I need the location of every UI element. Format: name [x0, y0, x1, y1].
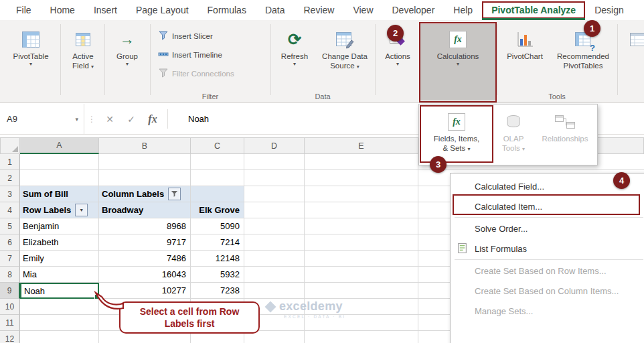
- cell-a5[interactable]: Benjamin: [20, 218, 99, 234]
- enter-icon[interactable]: ✓: [120, 104, 142, 134]
- active-field-button[interactable]: Active Field ▾: [64, 24, 102, 100]
- recommended-pivottables-button[interactable]: ? Recommended PivotTables: [552, 24, 615, 100]
- cell-e12[interactable]: [305, 331, 418, 343]
- refresh-button[interactable]: ⟳ Refresh ▾: [274, 24, 315, 100]
- cell-a8[interactable]: Mia: [20, 267, 99, 283]
- tab-review[interactable]: Review: [295, 1, 344, 19]
- show-group-partial-button[interactable]: [624, 24, 644, 100]
- tab-help[interactable]: Help: [444, 1, 482, 19]
- cell-d1[interactable]: [244, 154, 305, 170]
- cell-c2[interactable]: [191, 170, 244, 186]
- row-header-10[interactable]: 10: [0, 299, 20, 315]
- cell-a6[interactable]: Elizabeth: [20, 234, 99, 251]
- cell-e4[interactable]: [305, 202, 418, 218]
- name-box[interactable]: A9 ▾: [0, 104, 84, 134]
- cell-e8[interactable]: [305, 267, 418, 283]
- cell-e5[interactable]: [305, 218, 418, 234]
- tab-formulas[interactable]: Formulas: [198, 1, 256, 19]
- cell-a3-sum-of-bill[interactable]: Sum of Bill: [20, 186, 99, 202]
- row-header-3[interactable]: 3: [0, 186, 20, 202]
- cell-c3[interactable]: [191, 186, 244, 202]
- row-header-12[interactable]: 12: [0, 331, 20, 343]
- row-header-5[interactable]: 5: [0, 218, 20, 234]
- cell-a10[interactable]: [20, 299, 99, 315]
- column-header-d[interactable]: D: [244, 137, 305, 154]
- group-button[interactable]: → Group ▾: [108, 24, 146, 100]
- tab-design[interactable]: Design: [585, 1, 633, 19]
- cell-b1[interactable]: [99, 154, 191, 170]
- cell-b2[interactable]: [99, 170, 191, 186]
- cell-c8[interactable]: 5932: [191, 267, 244, 283]
- tab-insert[interactable]: Insert: [84, 1, 127, 19]
- row-header-2[interactable]: 2: [0, 170, 20, 186]
- row-header-11[interactable]: 11: [0, 315, 20, 331]
- cell-b6[interactable]: 9717: [99, 234, 191, 251]
- cell-b3-column-labels[interactable]: Column Labels: [99, 186, 191, 202]
- cell-b4-broadway[interactable]: Broadway: [99, 202, 191, 218]
- cell-e2[interactable]: [305, 170, 418, 186]
- cell-c7[interactable]: 12148: [191, 251, 244, 267]
- select-all-button[interactable]: [0, 137, 20, 154]
- insert-slicer-button[interactable]: Insert Slicer: [158, 29, 213, 43]
- tab-pivottable-analyze[interactable]: PivotTable Analyze: [482, 1, 585, 19]
- cell-d4[interactable]: [244, 202, 305, 218]
- cell-a7[interactable]: Emily: [20, 251, 99, 267]
- row-header-7[interactable]: 7: [0, 251, 20, 267]
- tab-view[interactable]: View: [343, 1, 382, 19]
- cell-a4-row-labels[interactable]: Row Labels ▼: [20, 202, 99, 218]
- column-header-b[interactable]: B: [99, 137, 191, 154]
- row-header-6[interactable]: 6: [0, 234, 20, 251]
- pivottable-button[interactable]: PivotTable ▾: [5, 24, 56, 100]
- column-labels-filter-icon[interactable]: [168, 188, 181, 200]
- cell-a2[interactable]: [20, 170, 99, 186]
- menu-item-solve-order[interactable]: Solve Order...: [451, 218, 644, 238]
- row-header-8[interactable]: 8: [0, 267, 20, 283]
- cell-d6[interactable]: [244, 234, 305, 251]
- cell-e1[interactable]: [305, 154, 418, 170]
- cell-d7[interactable]: [244, 251, 305, 267]
- row-labels-dropdown-icon[interactable]: ▼: [75, 204, 88, 216]
- menu-item-calculated-item[interactable]: Calculated Item...: [451, 196, 644, 216]
- cell-b8[interactable]: 16043: [99, 267, 191, 283]
- tab-home[interactable]: Home: [41, 1, 84, 19]
- cell-b7[interactable]: 7486: [99, 251, 191, 267]
- pivotchart-button[interactable]: PivotChart: [501, 24, 549, 100]
- fields-items-sets-button[interactable]: fx Fields, Items, & Sets ▾: [420, 108, 493, 161]
- tab-file[interactable]: File: [7, 1, 41, 19]
- cell-a9-selected[interactable]: Noah: [20, 283, 99, 299]
- cell-e9[interactable]: [305, 283, 418, 299]
- cell-d2[interactable]: [244, 170, 305, 186]
- cell-e6[interactable]: [305, 234, 418, 251]
- change-data-source-button[interactable]: Change Data Source ▾: [316, 24, 374, 100]
- row-header-1[interactable]: 1: [0, 154, 20, 170]
- tab-data[interactable]: Data: [256, 1, 295, 19]
- cell-d3[interactable]: [244, 186, 305, 202]
- cell-c4-elk-grove[interactable]: Elk Grove: [191, 202, 244, 218]
- column-header-a[interactable]: A: [20, 137, 99, 154]
- row-header-9[interactable]: 9: [0, 283, 20, 299]
- calculations-button[interactable]: fx Calculations ▾: [420, 24, 495, 100]
- cell-a12[interactable]: [20, 331, 99, 343]
- cell-c5[interactable]: 5090: [191, 218, 244, 234]
- cell-c9[interactable]: 7238: [191, 283, 244, 299]
- cell-a1[interactable]: [20, 154, 99, 170]
- tab-page-layout[interactable]: Page Layout: [127, 1, 198, 19]
- name-box-chevron-icon[interactable]: ▾: [75, 116, 78, 123]
- insert-function-icon[interactable]: fx: [142, 104, 163, 134]
- cell-c6[interactable]: 7214: [191, 234, 244, 251]
- cell-d5[interactable]: [244, 218, 305, 234]
- cell-d8[interactable]: [244, 267, 305, 283]
- column-header-e[interactable]: E: [305, 137, 418, 154]
- column-header-c[interactable]: C: [191, 137, 244, 154]
- tab-developer[interactable]: Developer: [383, 1, 445, 19]
- cell-e3[interactable]: [305, 186, 418, 202]
- cell-d9[interactable]: [244, 283, 305, 299]
- row-header-4[interactable]: 4: [0, 202, 20, 218]
- cell-c1[interactable]: [191, 154, 244, 170]
- insert-timeline-button[interactable]: Insert Timeline: [158, 48, 222, 62]
- cell-b5[interactable]: 8968: [99, 218, 191, 234]
- cancel-icon[interactable]: ✕: [99, 104, 120, 134]
- cell-e7[interactable]: [305, 251, 418, 267]
- cell-a11[interactable]: [20, 315, 99, 331]
- menu-item-list-formulas[interactable]: List Formulas: [451, 238, 644, 259]
